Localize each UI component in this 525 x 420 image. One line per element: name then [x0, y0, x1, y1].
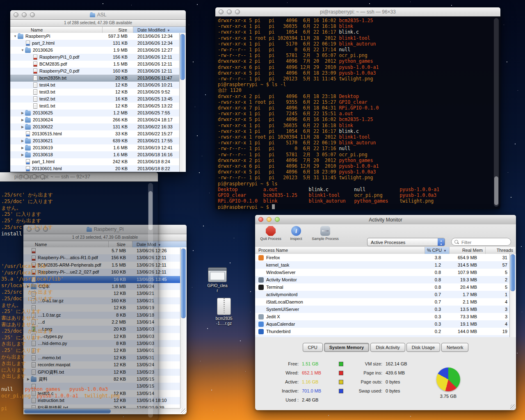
vertical-scrollbar[interactable]: [509, 254, 516, 337]
file-name-cell: BCM2835.pdf: [10, 61, 103, 68]
disclosure-triangle[interactable]: ▶: [20, 144, 25, 151]
scrollbar-thumb[interactable]: [180, 34, 185, 80]
process-row[interactable]: activitymonitord0.71.7 MB1: [255, 291, 510, 298]
file-name-cell: ▶20130621: [10, 137, 103, 144]
finder-row[interactable]: ▼201306261.9 MB2013/06/26 12:27: [10, 47, 186, 54]
txt-icon: [33, 82, 37, 88]
process-row[interactable]: Terminal0.820.4 MB5: [255, 283, 510, 291]
disclosure-triangle[interactable]: ▶: [20, 110, 25, 116]
finder-row[interactable]: part_2.html131 KB2013/06/26 12:34: [10, 40, 186, 47]
inspect-button[interactable]: i Inspect: [285, 226, 307, 241]
process-row[interactable]: SystemUIServer0.313.5 MB3: [255, 306, 510, 313]
process-row[interactable]: iStatLocalDaemon0.72.1 MB4: [255, 298, 510, 306]
terminal-window-ssh-96x33[interactable]: pi@raspberrypi: ~ — ssh — 96×33 drwxr-xr…: [215, 7, 500, 209]
finder-row[interactable]: test2.txt16 KB2013/06/25 13:45: [10, 96, 186, 103]
finder-row[interactable]: test4.txt12 KB2013/06/26 10:21: [10, 82, 186, 89]
close-button[interactable]: [219, 9, 224, 14]
terminal-window-ssh-92x37[interactable]: pi@raspberrypi: ~ — ssh — 92×37 .25/src'…: [0, 172, 158, 420]
close-button[interactable]: [24, 174, 29, 179]
minimize-button[interactable]: [22, 12, 27, 17]
column-header-threads[interactable]: Threads: [486, 247, 516, 254]
process-row[interactable]: AquaCalendar0.319.1 MB4: [255, 320, 510, 328]
tab-network[interactable]: Network: [441, 343, 468, 352]
zoom-button[interactable]: [30, 12, 35, 17]
vertical-scrollbar[interactable]: [148, 183, 153, 418]
column-header-process-name[interactable]: Process Name: [255, 247, 425, 254]
titlebar[interactable]: ASL: [10, 10, 186, 20]
finder-window-asl[interactable]: ASL 1 of 288 selected, 47.39 GB availabl…: [10, 10, 186, 172]
titlebar[interactable]: pi@raspberrypi: ~ — ssh — 92×37: [0, 172, 158, 182]
folder-icon: [25, 111, 31, 116]
file-date-modified: 2013/06/18 8:24: [133, 158, 186, 165]
filter-search-field[interactable]: [451, 238, 511, 246]
resize-grip[interactable]: [181, 409, 186, 414]
process-row[interactable]: 0.25.1 MB3: [255, 335, 510, 337]
vm-stat-label: VM size:: [348, 361, 382, 367]
finder-row[interactable]: RaspberryPi1_0.pdf156 KB2013/06/26 12:11: [10, 54, 186, 61]
finder-row[interactable]: ▶201306181.6 MB2013/06/18 16:16: [10, 151, 186, 158]
minimize-button[interactable]: [267, 217, 272, 222]
pdf-icon: [33, 62, 37, 67]
process-row[interactable]: Jedit X0.373.3 MB3: [255, 313, 510, 320]
activity-monitor-window[interactable]: Activity Monitor Quit Process i Inspect …: [255, 215, 516, 410]
disclosure-triangle[interactable]: ▶: [20, 137, 25, 144]
process-row[interactable]: Activity Monitor0.819.3 MB2: [255, 276, 510, 283]
disclosure-triangle[interactable]: ▼: [13, 33, 18, 40]
process-filter-dropdown[interactable]: Active Processes ▲▼: [367, 238, 445, 246]
vertical-scrollbar[interactable]: [494, 18, 499, 207]
finder-row[interactable]: ▶201306251.2 MB2013/06/25 7:55: [10, 110, 186, 116]
vertical-scrollbar[interactable]: [180, 248, 187, 409]
quit-process-button[interactable]: Quit Process: [259, 226, 282, 241]
starfield-dim: [0, 0, 0, 0]
finder-row[interactable]: ▶201306191.6 MB2013/06/19 12:41: [10, 144, 186, 151]
finder-row[interactable]: BCM2835.pdf1.5 MB2013/06/26 12:11: [10, 61, 186, 68]
minimize-button[interactable]: [227, 9, 232, 14]
sample-process-button[interactable]: Sample Process: [308, 226, 342, 241]
column-header-real-mem[interactable]: Real Mem: [450, 247, 486, 254]
finder-row[interactable]: 20130601.html20 KB2013/06/18 8:22: [10, 165, 186, 172]
titlebar[interactable]: Activity Monitor: [255, 215, 516, 225]
finder-row[interactable]: test1.txt12 KB2013/06/25 13:22: [10, 103, 186, 110]
finder-row[interactable]: 20130515.html33 KB2013/06/22 15:27: [10, 130, 186, 137]
disclosure-triangle[interactable]: ▶: [20, 151, 25, 158]
scrollbar-thumb[interactable]: [494, 176, 498, 205]
vertical-scrollbar[interactable]: [179, 33, 186, 172]
desktop-icon-bcm2835-archive[interactable]: bcm2835-1….r.gz: [208, 298, 240, 326]
finder-row[interactable]: RaspberryPi2_0.pdf160 KB2013/06/26 12:11: [10, 68, 186, 75]
close-button[interactable]: [258, 217, 263, 222]
zoom-button[interactable]: [275, 217, 280, 222]
finder-row[interactable]: ▼RaspberryPi597.3 MB2013/06/26 12:34: [10, 33, 186, 40]
finder-row[interactable]: ▶20130622131 KB2013/06/22 16:33: [10, 123, 186, 130]
process-threads: 19: [479, 328, 510, 335]
tab-cpu[interactable]: CPU: [303, 343, 323, 352]
resize-grip[interactable]: [510, 404, 516, 410]
process-row[interactable]: Thunderbird0.2144.0 MB19: [255, 328, 510, 335]
desktop-icon-gpio-clear[interactable]: GPIO_clear: [202, 267, 233, 293]
finder-row[interactable]: bcm2835h.txt20 KB2013/06/26 11:47: [10, 75, 186, 82]
terminal-line: .25/doc' に入ります: [1, 199, 120, 205]
finder-row[interactable]: test3.txt12 KB2013/06/26 9:52: [10, 89, 186, 96]
scrollbar-thumb[interactable]: [148, 191, 153, 230]
scrollbar-thumb[interactable]: [181, 249, 186, 318]
close-button[interactable]: [14, 12, 18, 17]
zoom-button[interactable]: [40, 174, 45, 179]
titlebar[interactable]: pi@raspberrypi: ~ — ssh — 96×33: [215, 7, 500, 17]
filter-input[interactable]: [461, 239, 507, 246]
zoom-button[interactable]: [235, 9, 240, 14]
finder-row[interactable]: ▶20130624266 KB2013/06/24 18:17: [10, 116, 186, 123]
process-row[interactable]: Firefox3.8654.9 MB31: [255, 254, 510, 261]
disclosure-triangle[interactable]: ▼: [20, 47, 25, 54]
tab-system-memory[interactable]: System Memory: [324, 343, 369, 352]
minimize-button[interactable]: [32, 174, 37, 179]
column-header-cpu[interactable]: % CPU▼: [425, 247, 450, 254]
disclosure-triangle[interactable]: ▶: [20, 123, 25, 130]
process-row[interactable]: kernel_task1.2314.5 MB57: [255, 261, 510, 269]
process-row[interactable]: WindowServer0.8107.9 MB5: [255, 269, 510, 276]
disclosure-triangle[interactable]: ▶: [20, 116, 25, 123]
desktop-icon-label: bcm2835-1….r.gz: [208, 316, 240, 326]
tab-disk-usage[interactable]: Disk Usage: [406, 343, 440, 352]
tab-disk-activity[interactable]: Disk Activity: [370, 343, 405, 352]
finder-row[interactable]: ▶20130621639 KB2013/06/21 17:55: [10, 137, 186, 144]
scrollbar-thumb[interactable]: [510, 254, 515, 291]
finder-row[interactable]: part_1.html242 KB2013/06/18 8:24: [10, 158, 186, 165]
